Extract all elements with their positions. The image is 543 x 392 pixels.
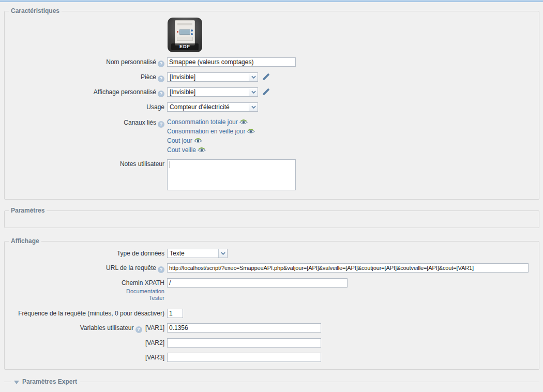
var2-input[interactable] — [167, 338, 321, 348]
var1-input[interactable] — [167, 323, 321, 333]
nom-label: Nom personnalisé — [106, 58, 156, 66]
nom-input[interactable] — [167, 57, 296, 67]
section-title: Paramètres Expert — [22, 378, 77, 385]
section-title: Caractéristiques — [9, 7, 62, 14]
help-icon[interactable]: ? — [158, 266, 164, 273]
var1-label: [VAR1] — [145, 324, 164, 331]
section-caracteristiques: Caractéristiques EDF Nom personnalisé? P… — [4, 7, 539, 200]
edit-affichage-icon[interactable] — [262, 88, 270, 97]
device-image: EDF — [168, 18, 202, 52]
collapse-triangle-icon[interactable] — [14, 381, 19, 384]
documentation-link[interactable]: Documentation — [126, 288, 164, 294]
notes-label: Notes utilisateur — [120, 160, 164, 168]
canal-link[interactable]: Consommation totale jour — [167, 118, 238, 126]
chevron-down-icon[interactable] — [249, 88, 258, 96]
affichage-perso-select[interactable]: [Invisible] — [167, 87, 258, 97]
visibility-eye-icon[interactable] — [194, 138, 202, 145]
canal-link[interactable]: Cout veille — [167, 146, 196, 154]
piece-select[interactable]: [Invisible] — [167, 72, 258, 82]
help-icon[interactable]: ? — [158, 61, 164, 67]
edit-piece-icon[interactable] — [262, 73, 270, 82]
piece-label: Pièce — [141, 73, 156, 81]
list-item: Cout jour — [167, 137, 255, 146]
visibility-eye-icon[interactable] — [198, 147, 206, 155]
section-affichage: Affichage Type de données Texte URL de l… — [4, 237, 539, 370]
section-parametres: Paramètres — [4, 207, 539, 228]
xpath-input[interactable] — [167, 278, 348, 288]
url-requete-label: URL de la requête — [106, 264, 156, 272]
list-item: Cout veille — [167, 146, 255, 155]
variables-label: Variables utilisateur — [80, 324, 134, 331]
canaux-list: Consommation totale jour Consommation en… — [167, 118, 255, 155]
affichage-perso-label: Affichage personnalisé — [94, 88, 156, 96]
meter-illustration — [175, 20, 195, 46]
var3-input[interactable] — [167, 353, 321, 362]
visibility-eye-icon[interactable] — [247, 129, 255, 136]
help-icon[interactable]: ? — [158, 121, 164, 128]
chevron-down-icon[interactable] — [218, 249, 227, 258]
help-icon[interactable]: ? — [135, 326, 142, 333]
usage-label: Usage — [146, 103, 164, 111]
frequence-label: Fréquence de la requête (minutes, 0 pour… — [18, 310, 164, 317]
visibility-eye-icon[interactable] — [239, 119, 248, 127]
list-item: Consommation totale jour — [167, 118, 255, 127]
type-donnees-label: Type de données — [117, 250, 164, 257]
list-item: Consommation en veille jour — [167, 127, 255, 137]
notes-textarea[interactable] — [167, 159, 296, 190]
chevron-down-icon[interactable] — [249, 73, 258, 81]
url-requete-input[interactable] — [167, 263, 529, 273]
canal-link[interactable]: Consommation en veille jour — [167, 128, 245, 135]
chevron-down-icon[interactable] — [249, 103, 258, 111]
var3-label: [VAR3] — [145, 354, 164, 361]
canal-link[interactable]: Cout jour — [167, 137, 192, 144]
type-donnees-select[interactable]: Texte — [167, 249, 228, 258]
device-badge: EDF — [171, 43, 199, 50]
section-title: Affichage — [9, 237, 41, 245]
section-title: Paramètres — [9, 207, 47, 214]
var2-label: [VAR2] — [145, 339, 164, 346]
frequence-input[interactable] — [167, 309, 183, 318]
help-icon[interactable]: ? — [158, 76, 164, 82]
text-caret — [170, 161, 170, 168]
canaux-label: Canaux liés — [124, 119, 156, 126]
device-config-page: { "colors": { "accent_icon": "#5b80a5", … — [0, 0, 543, 392]
usage-select[interactable]: Compteur d'électricité — [167, 102, 258, 112]
tester-link[interactable]: Tester — [149, 295, 164, 301]
help-icon[interactable]: ? — [158, 91, 164, 97]
xpath-label: Chemin XPATH — [122, 279, 164, 287]
section-parametres-expert: Paramètres Expert — [4, 378, 539, 385]
